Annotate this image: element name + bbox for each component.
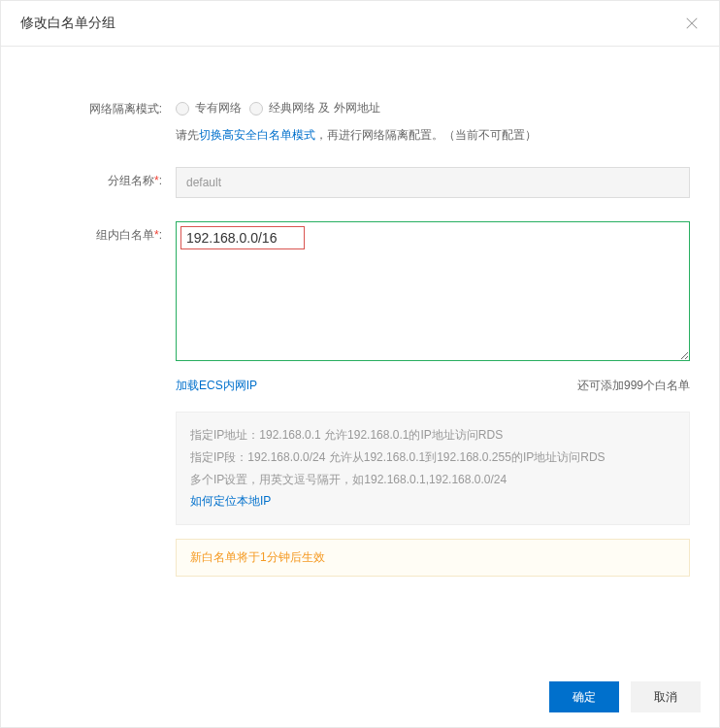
group-name-label: 分组名称*:: [25, 167, 176, 198]
dialog-title: 修改白名单分组: [20, 15, 115, 32]
radio-icon: [249, 102, 263, 116]
whitelist-row: 组内白名单*: 加载ECS内网IP 还可添加999个白名单 指定IP地址：192…: [25, 221, 695, 577]
help-line-1: 指定IP地址：192.168.0.1 允许192.168.0.1的IP地址访问R…: [190, 424, 675, 447]
effect-notice: 新白名单将于1分钟后生效: [176, 539, 690, 577]
group-name-input: [176, 167, 690, 198]
dialog-header: 修改白名单分组: [1, 1, 719, 47]
close-icon: [685, 17, 699, 30]
switch-security-mode-link[interactable]: 切换高安全白名单模式: [199, 128, 315, 142]
network-mode-content: 专有网络 经典网络 及 外网地址 请先切换高安全白名单模式，再进行网络隔离配置。…: [176, 95, 695, 144]
whitelist-actions: 加载ECS内网IP 还可添加999个白名单: [176, 378, 690, 394]
network-radio-group: 专有网络 经典网络 及 外网地址: [176, 95, 690, 116]
required-mark: *: [154, 228, 159, 242]
cancel-button[interactable]: 取消: [631, 681, 701, 712]
network-radio-classic-label: 经典网络 及 外网地址: [269, 100, 380, 116]
whitelist-remaining-count: 还可添加999个白名单: [577, 378, 690, 394]
dialog-footer: 确定 取消: [0, 666, 720, 728]
whitelist-textarea-wrap: [176, 221, 690, 364]
whitelist-content: 加载ECS内网IP 还可添加999个白名单 指定IP地址：192.168.0.1…: [176, 221, 695, 577]
network-mode-row: 网络隔离模式: 专有网络 经典网络 及 外网地址 请先切换高安全白名单模式，再进…: [25, 95, 695, 144]
required-mark: *: [154, 174, 159, 187]
help-box: 指定IP地址：192.168.0.1 允许192.168.0.1的IP地址访问R…: [176, 412, 690, 525]
radio-icon: [176, 102, 189, 116]
help-line-3: 多个IP设置，用英文逗号隔开，如192.168.0.1,192.168.0.0/…: [190, 469, 675, 491]
whitelist-label: 组内白名单*:: [25, 221, 176, 577]
group-name-row: 分组名称*:: [25, 167, 695, 198]
load-ecs-ip-link[interactable]: 加载ECS内网IP: [176, 378, 257, 394]
group-name-content: [176, 167, 695, 198]
help-line-2: 指定IP段：192.168.0.0/24 允许从192.168.0.1到192.…: [190, 447, 675, 469]
whitelist-textarea[interactable]: [176, 221, 690, 361]
close-button[interactable]: [684, 16, 700, 31]
confirm-button[interactable]: 确定: [549, 681, 619, 712]
network-hint-suffix: ，再进行网络隔离配置。（当前不可配置）: [315, 128, 537, 142]
network-hint-prefix: 请先: [176, 128, 199, 142]
network-radio-vpc-label: 专有网络: [195, 100, 242, 116]
dialog-body: 网络隔离模式: 专有网络 经典网络 及 外网地址 请先切换高安全白名单模式，再进…: [1, 47, 719, 596]
locate-local-ip-link[interactable]: 如何定位本地IP: [190, 494, 271, 508]
network-mode-label: 网络隔离模式:: [25, 95, 176, 144]
network-radio-classic[interactable]: 经典网络 及 外网地址: [249, 100, 380, 116]
network-radio-vpc[interactable]: 专有网络: [176, 100, 242, 116]
network-hint: 请先切换高安全白名单模式，再进行网络隔离配置。（当前不可配置）: [176, 126, 690, 144]
